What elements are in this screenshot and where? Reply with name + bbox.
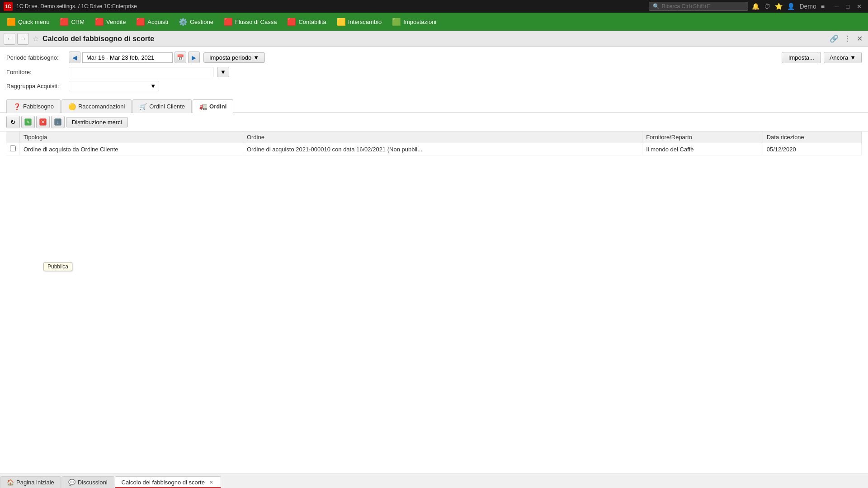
user-name: Demo — [799, 3, 816, 10]
menu-item-label: Gestione — [190, 19, 213, 25]
quick-menu-icon: 🟧 — [6, 17, 16, 27]
tab-raccomandazioni[interactable]: 🟡 Raccomandazioni — [61, 99, 132, 113]
star-icon[interactable]: ⭐ — [775, 3, 783, 10]
fornitore-row: Fornitore: ▼ — [6, 67, 862, 77]
user-icon[interactable]: 👤 — [787, 3, 795, 10]
action2-icon: ✎ — [24, 118, 32, 126]
row-checkbox[interactable] — [6, 143, 20, 155]
menu-item-impostazioni[interactable]: 🟩 Impostazioni — [387, 15, 441, 28]
close-doc-button[interactable]: ✕ — [855, 33, 864, 44]
main-area: ← → ☆ Calcolo del fabbisogno di scorte 🔗… — [0, 31, 868, 474]
bottom-tab-calcolo-fabbisogno[interactable]: Calcolo del fabbisogno di scorte ✕ — [115, 476, 221, 488]
page-title: Calcolo del fabbisogno di scorte — [42, 35, 826, 43]
menu-item-label: Flusso di Cassa — [235, 19, 277, 25]
window-controls: ─ □ ✕ — [832, 2, 864, 11]
fornitore-dropdown-button[interactable]: ▼ — [217, 67, 229, 77]
acquisti-icon: 🟥 — [136, 17, 146, 27]
minimize-button[interactable]: ─ — [832, 2, 841, 11]
ordini-icon: 🚛 — [199, 103, 207, 110]
chat-icon: 💬 — [68, 479, 75, 486]
app-title: 1C:Drive. Demo settings. / 1C:Drive 1C:E… — [16, 3, 645, 9]
col-fornitore-reparto: Fornitore/Reparto — [642, 131, 763, 143]
tab-raccomandazioni-label: Raccomandazioni — [78, 103, 125, 110]
menu-item-quick-menu[interactable]: 🟧 Quick menu — [2, 15, 54, 28]
orders-table: Tipologia Ordine Fornitore/Reparto Data … — [6, 131, 862, 155]
menu-item-label: Impostazioni — [403, 19, 436, 25]
bottom-tab-calcolo-label: Calcolo del fabbisogno di scorte — [122, 479, 205, 486]
action2-button[interactable]: ✎ — [21, 116, 35, 128]
calendar-button[interactable]: 📅 — [175, 52, 186, 63]
back-button[interactable]: ← — [4, 33, 15, 45]
tab-fabbisogno-label: Fabbisogno — [23, 103, 54, 110]
ancora-button[interactable]: Ancora ▼ — [824, 52, 862, 63]
period-input[interactable] — [82, 52, 173, 63]
row-ordine: Ordine di acquisto 2021-000010 con data … — [243, 143, 642, 155]
menu-item-gestione[interactable]: ⚙️ Gestione — [174, 15, 218, 28]
link-button[interactable]: 🔗 — [828, 33, 840, 44]
menu-item-label: Acquisti — [147, 19, 168, 25]
raggruppa-label: Raggruppa Acquisti: — [6, 83, 65, 89]
bottom-tab-discussioni[interactable]: 💬 Discussioni — [61, 476, 114, 488]
pubblica-tooltip: Pubblica — [43, 262, 72, 271]
search-input[interactable] — [661, 3, 744, 9]
distribuzione-merci-button[interactable]: Distribuzione merci — [66, 117, 128, 127]
maximize-button[interactable]: □ — [843, 2, 852, 11]
bookmark-button[interactable]: ☆ — [31, 34, 41, 43]
forward-button[interactable]: → — [17, 33, 29, 45]
home-icon: 🏠 — [7, 479, 14, 486]
close-tab-button[interactable]: ✕ — [208, 479, 214, 485]
gestione-icon: ⚙️ — [178, 17, 188, 27]
form-area: Periodo fabbisogno: ◀ 📅 ▶ Imposta period… — [0, 47, 868, 99]
period-prev-button[interactable]: ◀ — [69, 52, 80, 63]
menu-item-interscambio[interactable]: 🟨 Interscambio — [332, 15, 386, 28]
tab-ordini-cliente[interactable]: 🛒 Ordini Cliente — [132, 99, 192, 113]
raggruppa-select[interactable]: ▼ — [69, 81, 159, 91]
close-button[interactable]: ✕ — [854, 2, 864, 11]
table-row[interactable]: Ordine di acquisto da Ordine Cliente Ord… — [6, 143, 862, 155]
vendite-icon: 🟥 — [94, 17, 104, 27]
periodo-row: Periodo fabbisogno: ◀ 📅 ▶ Imposta period… — [6, 52, 862, 63]
col-data-ricezione: Data ricezione — [763, 131, 861, 143]
search-icon: 🔍 — [653, 3, 660, 9]
toolbar: ↻ ✎ ✕ ↓ Distribuzione merci Pubblica — [0, 113, 868, 131]
title-bar-icons: 🔔 ⏱ ⭐ 👤 Demo ≡ — [752, 3, 825, 10]
fabbisogno-icon: ❓ — [13, 103, 21, 110]
bottom-tab-pagina-iniziale[interactable]: 🏠 Pagina iniziale — [0, 476, 61, 488]
col-check — [6, 131, 20, 143]
fornitore-input[interactable] — [69, 67, 213, 77]
action4-button[interactable]: ↓ — [51, 116, 65, 128]
raccomandazioni-icon: 🟡 — [68, 103, 76, 110]
menu-item-acquisti[interactable]: 🟥 Acquisti — [131, 15, 173, 28]
tab-fabbisogno[interactable]: ❓ Fabbisogno — [6, 99, 61, 113]
period-next-button[interactable]: ▶ — [188, 52, 200, 63]
period-controls: ◀ 📅 ▶ — [69, 52, 200, 63]
col-tipologia: Tipologia — [20, 131, 243, 143]
imposta-periodo-arrow: ▼ — [253, 54, 259, 61]
menu-item-vendite[interactable]: 🟥 Vendite — [90, 15, 130, 28]
history-icon[interactable]: ⏱ — [764, 3, 770, 10]
tab-ordini[interactable]: 🚛 Ordini — [193, 99, 233, 113]
doc-action-buttons: 🔗 ⋮ ✕ — [828, 33, 864, 44]
imposta-periodo-label: Imposta periodo — [209, 54, 251, 61]
bottom-tab-discussioni-label: Discussioni — [78, 479, 108, 486]
tab-ordini-label: Ordini — [209, 103, 226, 110]
imposta-periodo-button[interactable]: Imposta periodo ▼ — [203, 52, 265, 63]
menu-item-crm[interactable]: 🟥 CRM — [55, 15, 89, 28]
svg-text:✕: ✕ — [41, 119, 45, 125]
search-box[interactable]: 🔍 — [649, 2, 748, 11]
interscambio-icon: 🟨 — [336, 17, 346, 27]
notification-icon[interactable]: 🔔 — [752, 3, 760, 10]
refresh-button[interactable]: ↻ — [6, 116, 20, 128]
action4-icon: ↓ — [54, 118, 61, 126]
menu-item-flusso-di-cassa[interactable]: 🟥 Flusso di Cassa — [219, 15, 281, 28]
fornitore-label: Fornitore: — [6, 69, 65, 75]
menu-item-label: CRM — [71, 19, 85, 25]
imposta-button[interactable]: Imposta... — [782, 52, 821, 63]
top-right-buttons: Imposta... Ancora ▼ — [782, 52, 862, 63]
action3-button[interactable]: ✕ — [36, 116, 50, 128]
action3-icon: ✕ — [39, 118, 47, 126]
menu-icon[interactable]: ≡ — [821, 3, 825, 10]
bottom-tab-pagina-iniziale-label: Pagina iniziale — [16, 479, 54, 486]
menu-item-contabilita[interactable]: 🟥 Contabilità — [282, 15, 330, 28]
more-button[interactable]: ⋮ — [842, 33, 853, 44]
